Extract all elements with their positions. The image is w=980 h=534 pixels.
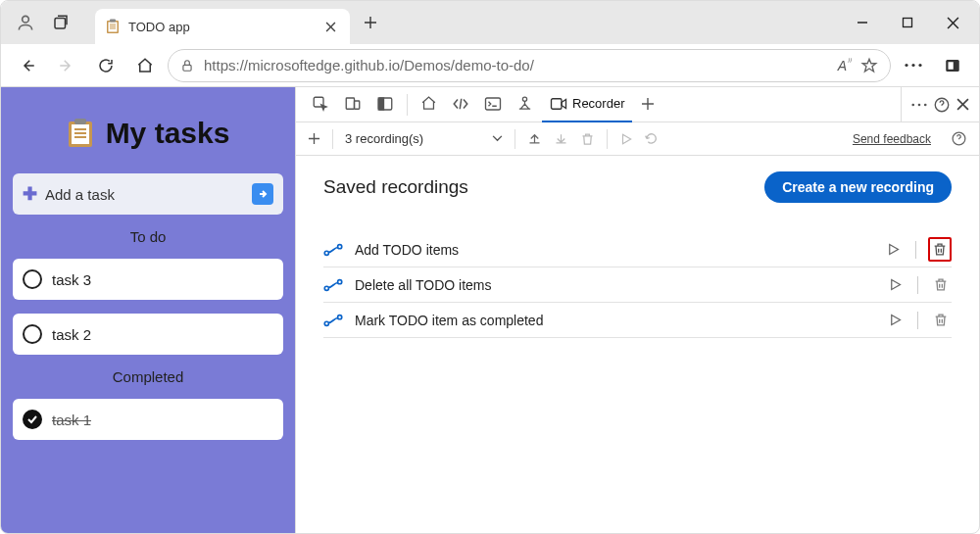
tab-recorder[interactable]: Recorder: [542, 87, 632, 122]
clipboard-icon: [67, 117, 94, 150]
window-minimize-button[interactable]: [840, 1, 885, 44]
window-close-button[interactable]: [930, 1, 975, 44]
profile-icon[interactable]: [11, 8, 40, 37]
svg-rect-21: [948, 61, 955, 70]
task-checkbox[interactable]: [23, 269, 42, 289]
tab-elements[interactable]: [446, 87, 475, 122]
window-titlebar: TODO app: [1, 1, 979, 44]
play-icon[interactable]: [884, 310, 906, 331]
tab-actions-icon[interactable]: [46, 8, 75, 37]
todo-app-panel: My tasks ✚ Add a task To do task 3 task …: [1, 87, 295, 534]
devtools-close-button[interactable]: [956, 98, 969, 111]
url-input[interactable]: https://microsoftedge.github.io/Demos/de…: [168, 49, 891, 82]
tab-console[interactable]: [478, 87, 508, 122]
svg-point-49: [324, 286, 328, 290]
plus-icon: ✚: [23, 183, 37, 205]
svg-point-40: [924, 103, 927, 106]
svg-point-18: [911, 64, 914, 67]
svg-point-47: [324, 251, 328, 255]
more-tabs-button[interactable]: [635, 87, 661, 122]
svg-point-0: [23, 16, 29, 23]
help-icon[interactable]: [933, 96, 951, 114]
recording-count[interactable]: 3 recording(s): [345, 131, 423, 146]
add-task-input[interactable]: ✚ Add a task: [13, 173, 283, 215]
nav-back-button[interactable]: [11, 49, 44, 82]
flow-icon: [323, 278, 343, 292]
recording-row[interactable]: Delete all TODO items: [323, 267, 952, 303]
add-task-label: Add a task: [45, 186, 244, 203]
help-icon[interactable]: [951, 130, 967, 147]
tab-sources[interactable]: [511, 87, 539, 122]
svg-rect-33: [486, 98, 501, 110]
settings-menu-button[interactable]: [897, 49, 930, 82]
device-icon[interactable]: [338, 87, 368, 122]
delete-recording-button[interactable]: [928, 237, 952, 262]
task-checkbox[interactable]: [23, 324, 42, 344]
recording-name: Delete all TODO items: [355, 277, 872, 293]
app-header: My tasks: [13, 117, 283, 150]
create-recording-button[interactable]: Create a new recording: [764, 171, 952, 203]
svg-point-39: [918, 103, 921, 106]
send-feedback-link[interactable]: Send feedback: [853, 132, 931, 146]
recording-row[interactable]: Add TODO items: [323, 232, 952, 267]
svg-point-50: [338, 279, 342, 283]
svg-point-38: [911, 103, 914, 106]
svg-point-34: [522, 97, 526, 101]
read-aloud-icon[interactable]: A⁾⁾: [838, 57, 851, 73]
svg-rect-16: [183, 65, 191, 71]
favorite-icon[interactable]: [860, 57, 878, 74]
svg-rect-4: [110, 20, 116, 23]
svg-rect-1: [55, 19, 66, 29]
svg-rect-29: [346, 98, 354, 109]
devtools-more-icon[interactable]: [911, 103, 927, 107]
import-icon: [554, 131, 568, 146]
delete-recording-button[interactable]: [930, 274, 952, 296]
tab-title: TODO app: [128, 20, 313, 34]
svg-point-17: [905, 64, 907, 67]
play-icon[interactable]: [882, 239, 904, 261]
delete-recording-button[interactable]: [930, 310, 952, 331]
tab-recorder-label: Recorder: [572, 96, 624, 111]
nav-home-button[interactable]: [128, 49, 162, 82]
task-checkbox-checked[interactable]: [23, 410, 42, 429]
app-title: My tasks: [106, 117, 230, 150]
nav-forward-button: [50, 49, 83, 82]
inspect-icon[interactable]: [306, 87, 335, 122]
recording-row[interactable]: Mark TODO item as completed: [323, 303, 952, 338]
svg-point-51: [324, 321, 328, 325]
section-todo-label: To do: [13, 228, 283, 245]
tab-welcome[interactable]: [415, 87, 443, 122]
chevron-down-icon[interactable]: [492, 135, 503, 142]
tab-close-button[interactable]: [320, 17, 340, 36]
play-icon[interactable]: [884, 274, 906, 296]
replay-icon: [645, 132, 661, 146]
add-recording-button[interactable]: [308, 132, 320, 145]
devtools-tabstrip: Recorder: [296, 87, 979, 122]
submit-task-button[interactable]: [252, 183, 273, 205]
recording-name: Add TODO items: [355, 242, 870, 258]
export-icon[interactable]: [527, 131, 542, 146]
flow-icon: [323, 314, 343, 327]
task-label: task 2: [52, 326, 91, 343]
trash-icon: [580, 131, 595, 147]
svg-point-48: [338, 244, 342, 248]
dock-icon[interactable]: [370, 87, 400, 122]
nav-refresh-button[interactable]: [89, 49, 122, 82]
play-icon: [619, 132, 633, 146]
new-tab-button[interactable]: [356, 8, 385, 37]
task-item[interactable]: task 3: [13, 259, 283, 300]
task-item-completed[interactable]: task 1: [13, 399, 283, 440]
task-item[interactable]: task 2: [13, 314, 283, 355]
url-text: https://microsoftedge.github.io/Demos/de…: [204, 57, 828, 73]
browser-tab[interactable]: TODO app: [95, 9, 350, 44]
devtools-panel: Recorder 3 recording(s) Send feedb: [295, 87, 979, 534]
window-maximize-button[interactable]: [885, 1, 930, 44]
svg-rect-35: [552, 98, 563, 109]
sidebar-toggle-icon[interactable]: [936, 49, 969, 82]
task-label: task 1: [52, 412, 91, 428]
lock-icon: [180, 58, 194, 73]
flow-icon: [323, 243, 343, 257]
svg-rect-24: [74, 119, 86, 124]
recorder-toolbar: 3 recording(s) Send feedback: [296, 122, 979, 156]
recordings-heading: Saved recordings: [323, 176, 468, 198]
